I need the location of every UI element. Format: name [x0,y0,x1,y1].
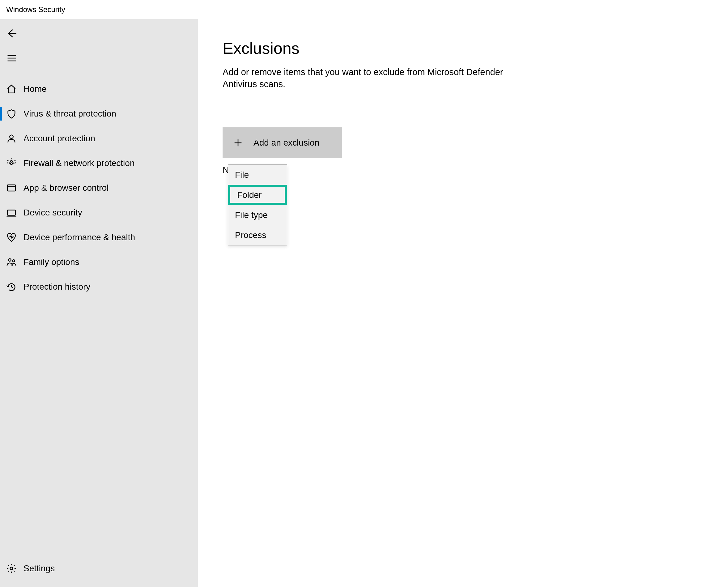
sidebar: Home Virus & threat protection Account p… [0,19,198,587]
device-security-icon [6,207,23,218]
add-exclusion-button[interactable]: Add an exclusion [222,127,342,158]
sidebar-item-label: App & browser control [23,183,109,193]
svg-point-6 [10,567,13,570]
sidebar-item-home[interactable]: Home [0,77,198,101]
svg-rect-3 [7,210,16,215]
dropdown-item-label: Folder [237,190,261,200]
sidebar-item-firewall[interactable]: Firewall & network protection [0,151,198,175]
gear-icon [6,563,23,574]
sidebar-item-label: Settings [23,564,55,573]
hamburger-button[interactable] [0,46,198,71]
status-text: No exis [222,165,703,175]
back-arrow-icon [6,28,17,40]
sidebar-item-performance[interactable]: Device performance & health [0,225,198,250]
history-icon [6,282,23,292]
add-exclusion-label: Add an exclusion [254,138,319,148]
svg-point-5 [13,260,15,262]
sidebar-item-label: Firewall & network protection [23,158,135,168]
dropdown-item-file[interactable]: File [228,165,287,185]
sidebar-item-virus-threat[interactable]: Virus & threat protection [0,101,198,126]
sidebar-item-app-browser[interactable]: App & browser control [0,175,198,200]
home-icon [6,84,23,94]
sidebar-item-label: Protection history [23,282,90,292]
sidebar-item-label: Home [23,84,47,94]
account-icon [6,133,23,144]
dropdown-item-label: File [235,170,249,180]
exclusion-dropdown: File Folder File type Process [228,164,287,245]
dropdown-item-folder[interactable]: Folder [228,185,287,205]
main-content: Exclusions Add or remove items that you … [198,19,728,587]
dropdown-item-filetype[interactable]: File type [228,205,287,225]
sidebar-item-device-security[interactable]: Device security [0,200,198,225]
title-bar: Windows Security [0,0,728,19]
page-description: Add or remove items that you want to exc… [222,66,525,90]
sidebar-item-family[interactable]: Family options [0,250,198,275]
svg-point-0 [9,135,13,139]
sidebar-item-label: Device security [23,208,82,218]
hamburger-icon [6,52,17,65]
sidebar-item-history[interactable]: Protection history [0,275,198,299]
svg-rect-2 [7,185,16,191]
page-title: Exclusions [222,39,703,57]
sidebar-item-account[interactable]: Account protection [0,126,198,151]
dropdown-item-process[interactable]: Process [228,225,287,245]
firewall-icon [6,158,23,168]
app-browser-icon [6,183,23,193]
sidebar-item-settings[interactable]: Settings [0,556,198,581]
svg-point-1 [10,163,13,165]
back-button[interactable] [0,22,198,46]
sidebar-item-label: Family options [23,257,79,267]
window-title: Windows Security [6,5,65,14]
shield-icon [6,109,23,119]
sidebar-item-label: Device performance & health [23,232,135,242]
dropdown-item-label: Process [235,230,266,240]
svg-point-4 [8,259,11,261]
sidebar-item-label: Account protection [23,134,95,143]
family-icon [6,257,23,267]
plus-icon [222,138,254,148]
dropdown-item-label: File type [235,210,268,220]
sidebar-item-label: Virus & threat protection [23,109,116,119]
heart-icon [6,232,23,243]
